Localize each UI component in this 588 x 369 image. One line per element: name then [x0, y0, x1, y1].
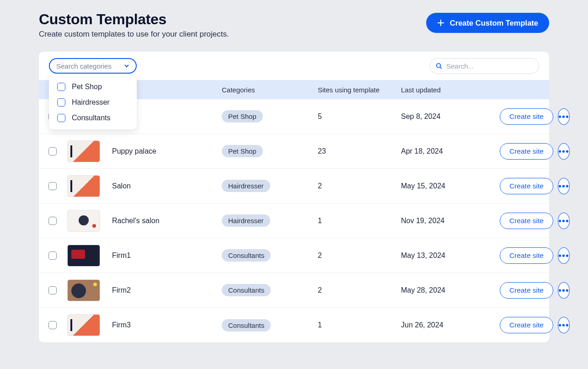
row-checkbox[interactable] — [48, 321, 57, 329]
table-row: Firm3Consultants1Jun 26, 2024Create site… — [39, 308, 549, 342]
category-chip: Pet Shop — [222, 145, 263, 157]
ellipsis-icon: ••• — [558, 182, 569, 191]
dropdown-item-consultants[interactable]: Consultants — [49, 110, 137, 126]
template-name: Firm1 — [112, 251, 222, 260]
sites-count: 1 — [318, 217, 401, 225]
checkbox-icon — [57, 114, 65, 122]
template-thumbnail[interactable] — [67, 210, 100, 232]
template-name: Salon — [112, 182, 222, 190]
row-checkbox[interactable] — [48, 217, 57, 225]
search-input[interactable] — [429, 58, 539, 74]
table-row: Puppy palacePet Shop23Apr 18, 2024Create… — [39, 134, 549, 169]
last-updated: Apr 18, 2024 — [401, 147, 500, 155]
more-actions-button[interactable]: ••• — [558, 143, 570, 160]
row-checkbox[interactable] — [48, 147, 57, 155]
table-row: Firm1Consultants2May 13, 2024Create site… — [39, 238, 549, 273]
ellipsis-icon: ••• — [558, 216, 569, 225]
page-title: Custom Templates — [39, 11, 229, 28]
template-name: Puppy palace — [112, 147, 222, 155]
svg-line-3 — [440, 67, 442, 69]
create-site-button[interactable]: Create site — [500, 108, 553, 125]
search-icon — [436, 63, 442, 69]
svg-point-2 — [437, 64, 441, 68]
dropdown-item-label: Consultants — [72, 114, 111, 122]
category-filter-select[interactable]: Search categories — [49, 58, 137, 74]
ellipsis-icon: ••• — [558, 147, 569, 156]
ellipsis-icon: ••• — [558, 286, 569, 295]
dropdown-item-label: Pet Shop — [72, 83, 102, 91]
checkbox-icon — [57, 98, 65, 107]
row-checkbox[interactable] — [48, 251, 57, 260]
create-site-button[interactable]: Create site — [500, 178, 553, 194]
create-custom-template-button[interactable]: Create Custom Template — [426, 13, 549, 33]
column-header-categories: Categories — [222, 86, 318, 94]
create-site-button[interactable]: Create site — [500, 282, 553, 299]
template-thumbnail[interactable] — [67, 279, 100, 301]
sites-count: 23 — [318, 147, 401, 155]
template-name: Firm2 — [112, 286, 222, 294]
table-row: Firm2Consultants2May 28, 2024Create site… — [39, 273, 549, 308]
category-chip: Consultants — [222, 284, 271, 296]
row-checkbox[interactable] — [48, 286, 57, 294]
more-actions-button[interactable]: ••• — [558, 108, 570, 125]
template-name: Firm3 — [112, 321, 222, 329]
last-updated: Jun 26, 2024 — [401, 321, 500, 329]
template-name: Rachel's salon — [112, 217, 222, 225]
dropdown-item-pet-shop[interactable]: Pet Shop — [49, 79, 137, 95]
dropdown-item-label: Hairdresser — [72, 98, 110, 107]
column-header-updated: Last updated — [401, 86, 500, 94]
chevron-down-icon — [124, 63, 129, 69]
more-actions-button[interactable]: ••• — [558, 178, 570, 194]
category-filter-placeholder: Search categories — [56, 62, 112, 70]
last-updated: Sep 8, 2024 — [401, 112, 500, 121]
sites-count: 1 — [318, 321, 401, 329]
last-updated: May 13, 2024 — [401, 251, 500, 260]
create-custom-template-label: Create Custom Template — [450, 19, 538, 27]
page-subtitle: Create custom templates to use for your … — [39, 30, 229, 39]
category-chip: Pet Shop — [222, 110, 263, 123]
row-checkbox[interactable] — [48, 182, 57, 190]
template-thumbnail[interactable] — [67, 314, 100, 336]
dropdown-item-hairdresser[interactable]: Hairdresser — [49, 95, 137, 110]
template-thumbnail[interactable] — [67, 175, 100, 197]
more-actions-button[interactable]: ••• — [558, 213, 570, 229]
create-site-button[interactable]: Create site — [500, 143, 553, 160]
more-actions-button[interactable]: ••• — [558, 317, 570, 333]
last-updated: May 28, 2024 — [401, 286, 500, 294]
sites-count: 2 — [318, 251, 401, 260]
category-chip: Consultants — [222, 319, 271, 332]
sites-count: 2 — [318, 182, 401, 190]
templates-card: Search categories Pet Shop Hairdresser — [39, 52, 549, 342]
category-chip: Consultants — [222, 249, 271, 262]
last-updated: May 15, 2024 — [401, 182, 500, 190]
ellipsis-icon: ••• — [558, 321, 569, 330]
table-row: Rachel's salonHairdresser1Nov 19, 2024Cr… — [39, 203, 549, 238]
table-row: SalonHairdresser2May 15, 2024Create site… — [39, 169, 549, 203]
category-chip: Hairdresser — [222, 180, 270, 192]
checkbox-icon — [57, 83, 65, 91]
more-actions-button[interactable]: ••• — [558, 247, 570, 264]
category-chip: Hairdresser — [222, 214, 270, 227]
ellipsis-icon: ••• — [558, 112, 569, 121]
sites-count: 2 — [318, 286, 401, 294]
ellipsis-icon: ••• — [558, 251, 569, 260]
more-actions-button[interactable]: ••• — [558, 282, 570, 299]
template-thumbnail[interactable] — [67, 245, 100, 267]
create-site-button[interactable]: Create site — [500, 317, 553, 333]
create-site-button[interactable]: Create site — [500, 213, 553, 229]
plus-icon — [437, 19, 444, 27]
category-filter-dropdown: Pet Shop Hairdresser Consultants — [49, 75, 137, 129]
template-thumbnail[interactable] — [67, 140, 100, 162]
last-updated: Nov 19, 2024 — [401, 217, 500, 225]
column-header-sites: Sites using template — [318, 86, 401, 94]
sites-count: 5 — [318, 112, 401, 121]
create-site-button[interactable]: Create site — [500, 247, 553, 264]
